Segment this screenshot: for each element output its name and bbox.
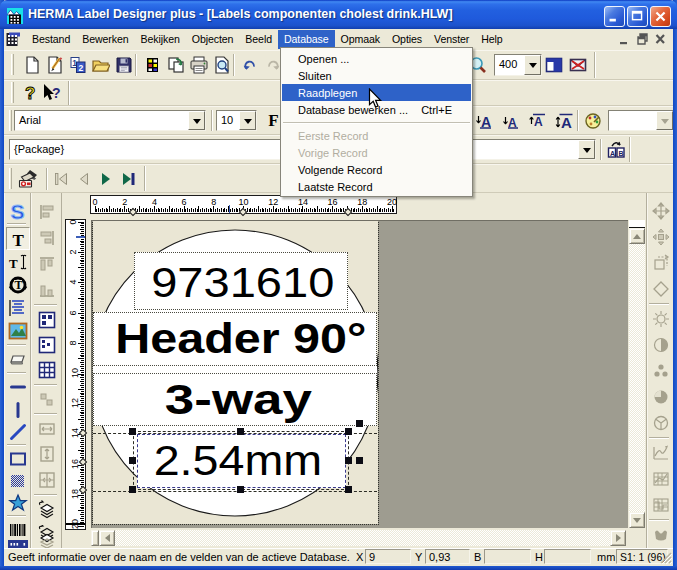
rectangle-tool[interactable] bbox=[6, 447, 30, 470]
menu-bekijken[interactable]: Bekijken bbox=[135, 30, 186, 49]
paragraph-list-tool[interactable] bbox=[6, 296, 30, 319]
chart-grid2-tool[interactable] bbox=[649, 493, 673, 516]
nav-next-button[interactable] bbox=[94, 167, 117, 190]
scroll-left-button[interactable] bbox=[99, 530, 115, 546]
table-grid-tool[interactable] bbox=[35, 358, 59, 381]
new-from-template-button[interactable]: 12 bbox=[66, 53, 89, 76]
minimize-button[interactable] bbox=[604, 6, 625, 27]
align-left-tool[interactable] bbox=[35, 200, 59, 223]
line-diagonal-tool[interactable] bbox=[6, 420, 30, 443]
scroll-down-button[interactable] bbox=[629, 512, 645, 528]
print-preview-button[interactable] bbox=[210, 53, 233, 76]
menuitem-volgende-record[interactable]: Volgende Record bbox=[281, 161, 472, 178]
size-height-tool[interactable] bbox=[35, 442, 59, 465]
document-icon[interactable] bbox=[5, 32, 21, 47]
line-horizontal-tool[interactable] bbox=[6, 375, 30, 398]
move-cross-tool[interactable] bbox=[649, 199, 673, 222]
menuitem-sluiten[interactable]: Sluiten bbox=[281, 67, 472, 84]
sun-tool[interactable] bbox=[649, 307, 673, 330]
selection-handle[interactable] bbox=[356, 457, 363, 464]
size-width-tool[interactable] bbox=[35, 417, 59, 440]
toolbar-grip[interactable] bbox=[11, 82, 14, 103]
select-s-tool[interactable]: S bbox=[6, 199, 30, 222]
bring-forward-tool[interactable] bbox=[35, 498, 59, 521]
menu-beeld[interactable]: Beeld bbox=[239, 30, 278, 49]
resize-grip[interactable] bbox=[659, 551, 672, 564]
text-tool-tool[interactable]: T bbox=[6, 227, 30, 250]
circle-fill-tool[interactable] bbox=[649, 385, 673, 408]
dots-triangle-tool[interactable] bbox=[649, 359, 673, 382]
font-name-combobox[interactable]: Arial bbox=[14, 110, 206, 131]
selection-handle[interactable] bbox=[129, 486, 136, 493]
help-question-button[interactable]: ? bbox=[18, 81, 41, 104]
open-folder-button[interactable] bbox=[89, 53, 112, 76]
squares-pair-tool[interactable] bbox=[35, 388, 59, 411]
text-frame-header[interactable]: Header 90° bbox=[93, 312, 377, 366]
canvas-viewport[interactable]: 9731610 Header 90° 3-way 2.54mm bbox=[91, 220, 628, 528]
selection-handle[interactable] bbox=[345, 457, 352, 464]
font-size-combobox[interactable]: 10 bbox=[216, 110, 257, 131]
circle-y-tool[interactable] bbox=[649, 411, 673, 434]
circular-text-tool[interactable]: T bbox=[6, 273, 30, 296]
image-tool[interactable] bbox=[6, 319, 30, 342]
selection-handle[interactable] bbox=[345, 486, 352, 493]
table-rows-tool[interactable] bbox=[35, 333, 59, 356]
layers-more-tool[interactable] bbox=[35, 534, 59, 548]
toolbar-grip[interactable] bbox=[9, 110, 12, 131]
delete-document-button[interactable] bbox=[43, 53, 66, 76]
contrast-circle-tool[interactable] bbox=[649, 333, 673, 356]
text-frame-3way[interactable]: 3-way bbox=[93, 373, 377, 426]
window-columns-button[interactable] bbox=[542, 53, 565, 76]
menu-help[interactable]: Help bbox=[475, 30, 508, 49]
parallelogram-tool[interactable] bbox=[6, 347, 30, 370]
assign-stamp-button[interactable] bbox=[17, 167, 40, 190]
menu-bewerken[interactable]: Bewerken bbox=[76, 30, 134, 49]
selection-handle[interactable] bbox=[129, 428, 136, 435]
font-size-dropdown-button[interactable] bbox=[239, 111, 256, 130]
vertical-scroll-track[interactable] bbox=[629, 228, 645, 528]
menu-bestand[interactable]: Bestand bbox=[26, 30, 76, 49]
align-right-tool[interactable] bbox=[35, 226, 59, 249]
zoom-dropdown-button[interactable] bbox=[524, 55, 541, 75]
star-tool[interactable] bbox=[6, 491, 30, 514]
move-cross-filled-tool[interactable] bbox=[649, 225, 673, 248]
chart-curve-tool[interactable] bbox=[649, 441, 673, 464]
color-grid-button[interactable] bbox=[141, 53, 164, 76]
dither-pattern-tool[interactable] bbox=[6, 469, 30, 492]
scroll-up-button[interactable] bbox=[629, 228, 645, 244]
save-button[interactable] bbox=[112, 53, 135, 76]
menu-objecten[interactable]: Objecten bbox=[186, 30, 240, 49]
chart-grid-tool[interactable] bbox=[649, 467, 673, 490]
mdi-minimize-button[interactable] bbox=[617, 32, 632, 46]
selection-handle[interactable] bbox=[129, 457, 136, 464]
database-field-dropdown-button[interactable] bbox=[578, 140, 595, 159]
title-bar[interactable]: HERMA Label Designer plus - [Labels comp… bbox=[0, 0, 677, 29]
close-button[interactable] bbox=[650, 6, 671, 27]
menuitem-openen[interactable]: Openen ... bbox=[281, 50, 472, 67]
align-top-tool[interactable] bbox=[35, 252, 59, 275]
copy-object-button[interactable] bbox=[164, 53, 187, 76]
selection-handle[interactable] bbox=[237, 486, 244, 493]
color-palette-button[interactable] bbox=[582, 109, 605, 132]
toolbar-grip[interactable] bbox=[9, 168, 12, 189]
text-style-combobox[interactable] bbox=[608, 110, 674, 131]
selection-handle[interactable] bbox=[356, 420, 363, 427]
scroll-right-button[interactable] bbox=[610, 530, 626, 546]
undo-button[interactable] bbox=[238, 53, 261, 76]
swap-ab-button[interactable]: A B bbox=[604, 138, 627, 161]
label-sheet[interactable]: 9731610 Header 90° 3-way 2.54mm bbox=[93, 221, 378, 524]
table-cells-tool[interactable] bbox=[35, 308, 59, 331]
zoom-level-combobox[interactable]: 400 bbox=[494, 54, 542, 76]
text-height-button[interactable]: A bbox=[553, 109, 576, 132]
menuitem-laatste-record[interactable]: Laatste Record bbox=[281, 178, 472, 195]
selection-handle[interactable] bbox=[345, 428, 352, 435]
nav-last-button[interactable] bbox=[116, 167, 139, 190]
decrease-width-button[interactable]: A bbox=[500, 109, 523, 132]
text-frame-number[interactable]: 9731610 bbox=[134, 252, 348, 310]
print-button[interactable] bbox=[187, 53, 210, 76]
rotate-box-tool[interactable] bbox=[649, 251, 673, 274]
ruler-object-tool[interactable] bbox=[6, 535, 30, 548]
increase-height-button[interactable]: A bbox=[527, 109, 550, 132]
text-cursor-tool[interactable]: T bbox=[6, 250, 30, 273]
selection-handle[interactable] bbox=[237, 428, 244, 435]
